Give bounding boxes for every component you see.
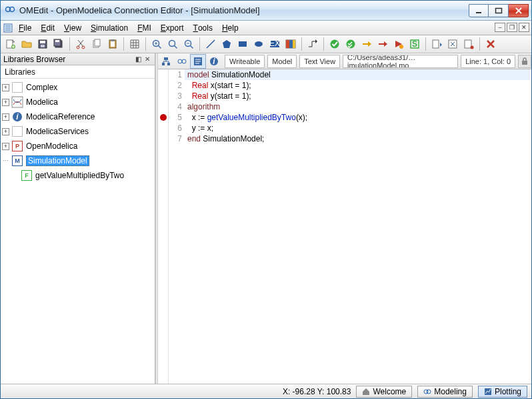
simulate-button[interactable]: [375, 37, 390, 51]
expand-icon[interactable]: +: [2, 99, 9, 106]
shape-polygon-button[interactable]: [219, 37, 234, 51]
zoom-out-button[interactable]: [181, 37, 196, 51]
libraries-browser-title: Libraries Browser: [3, 55, 65, 64]
svg-point-21: [169, 41, 175, 47]
writeable-status[interactable]: Writeable: [225, 55, 265, 68]
tree-item-simulationmodel[interactable]: ⋯MSimulationModel: [1, 153, 155, 168]
modeling-tab-button[interactable]: Modeling: [417, 386, 473, 398]
welcome-tab-button[interactable]: Welcome: [356, 386, 412, 398]
menu-file[interactable]: File: [14, 21, 36, 35]
tree-item-label: Modelica: [26, 97, 58, 107]
breakpoint-icon[interactable]: [160, 114, 167, 121]
shape-line-button[interactable]: [203, 37, 218, 51]
libraries-browser: Libraries Browser ◧ ✕ Libraries +Complex…: [1, 53, 155, 384]
tree-item-getvaluemultipliedbytwo[interactable]: FgetValueMultipliedByTwo: [1, 168, 155, 183]
zoom-in-button[interactable]: [149, 37, 164, 51]
menubar: FileEditViewSimulationFMIExportToolsHelp…: [1, 21, 531, 35]
lock-icon[interactable]: [518, 55, 531, 68]
welcome-tab-label: Welcome: [373, 387, 406, 396]
grid-button[interactable]: [127, 37, 142, 51]
view-text-button[interactable]: [190, 54, 206, 69]
view-icon-button[interactable]: [158, 54, 174, 69]
tree-item-complex[interactable]: +Complex: [1, 80, 155, 95]
copy-button[interactable]: [89, 37, 104, 51]
menu-fmi[interactable]: FMI: [133, 21, 156, 35]
save-all-button[interactable]: [51, 37, 66, 51]
expand-icon[interactable]: +: [2, 113, 9, 121]
coords-label: X: -96.28 Y: 100.83: [283, 387, 351, 396]
expand-icon[interactable]: +: [2, 128, 9, 135]
menu-edit[interactable]: Edit: [36, 21, 59, 35]
view-diagram-button[interactable]: [174, 54, 190, 69]
new-file-button[interactable]: [3, 37, 18, 51]
menu-simulation[interactable]: Simulation: [86, 21, 133, 35]
expand-icon[interactable]: +: [2, 84, 9, 91]
app-window: OMEdit - OpenModelica Connection Editor …: [0, 0, 532, 399]
shape-ellipse-button[interactable]: [251, 37, 266, 51]
view-mode-field[interactable]: Text View: [299, 55, 340, 68]
export-xml-button[interactable]: [445, 37, 460, 51]
svg-point-53: [182, 59, 186, 63]
check-all-button[interactable]: [343, 37, 358, 51]
maximize-button[interactable]: [489, 4, 509, 17]
minimize-button[interactable]: [469, 4, 489, 17]
svg-rect-24: [239, 41, 247, 47]
open-file-button[interactable]: [19, 37, 34, 51]
expand-icon[interactable]: +: [2, 143, 9, 150]
tree-item-modelicareference[interactable]: +iModelicaReference: [1, 109, 155, 124]
svg-rect-19: [111, 39, 115, 41]
svg-rect-50: [162, 63, 165, 65]
panel-close-icon[interactable]: ✕: [143, 55, 152, 64]
doc-system-icon[interactable]: [2, 21, 14, 35]
instantiate-button[interactable]: [359, 37, 374, 51]
zoom-reset-button[interactable]: [165, 37, 180, 51]
modeling-tab-label: Modeling: [434, 387, 467, 396]
simulate-anim-button[interactable]: [391, 37, 406, 51]
shape-text-button[interactable]: TEXT: [267, 37, 282, 51]
mdi-close-button[interactable]: ✕: [519, 23, 529, 32]
plotting-tab-button[interactable]: Plotting: [478, 386, 527, 398]
menu-export[interactable]: Export: [156, 21, 189, 35]
mdi-restore-button[interactable]: ❐: [507, 23, 517, 32]
svg-rect-12: [55, 40, 59, 42]
breakpoint-gutter[interactable]: [158, 69, 169, 384]
menu-tools[interactable]: Tools: [189, 21, 217, 35]
svg-marker-35: [368, 41, 371, 47]
save-button[interactable]: [35, 37, 50, 51]
main-toolbar: TEXT S: [1, 35, 531, 53]
editor-area: i Writeable Model Text View C:/Users/ade…: [158, 53, 531, 384]
mdi-minimize-button[interactable]: –: [495, 23, 505, 32]
export-figaro-button[interactable]: [461, 37, 476, 51]
check-model-button[interactable]: [327, 37, 342, 51]
tree-item-modelica[interactable]: +Modelica: [1, 95, 155, 109]
libraries-tree[interactable]: +Complex+Modelica+iModelicaReference+Mod…: [1, 79, 155, 384]
menu-help[interactable]: Help: [217, 21, 243, 35]
cut-button[interactable]: [73, 37, 88, 51]
undock-icon[interactable]: ◧: [133, 55, 143, 64]
svg-text:TEXT: TEXT: [269, 39, 280, 48]
scope-field[interactable]: Model: [267, 55, 297, 68]
shape-bitmap-button[interactable]: [283, 37, 298, 51]
code-editor[interactable]: 1234567 model SimulationModel Real x(sta…: [158, 69, 531, 384]
close-button[interactable]: [509, 4, 529, 17]
clear-button[interactable]: [483, 37, 498, 51]
menu-view[interactable]: View: [59, 21, 86, 35]
svg-rect-30: [289, 40, 293, 48]
svg-point-45: [471, 46, 474, 49]
tree-item-modelicaservices[interactable]: +ModelicaServices: [1, 124, 155, 139]
file-path-field[interactable]: C:/Users/adeas31/…imulationModel.mo: [343, 55, 458, 68]
editor-toolbar: i Writeable Model Text View C:/Users/ade…: [158, 53, 531, 69]
svg-marker-36: [384, 41, 387, 47]
svg-rect-9: [41, 45, 45, 47]
svg-marker-23: [223, 40, 231, 48]
plotting-tab-label: Plotting: [495, 387, 521, 396]
shape-rect-button[interactable]: [235, 37, 250, 51]
export-fmu-button[interactable]: [429, 37, 444, 51]
view-doc-button[interactable]: i: [206, 54, 222, 69]
cursor-pos-field: Line: 1, Col: 0: [461, 55, 515, 68]
simulation-setup-button[interactable]: S: [407, 37, 422, 51]
connect-mode-button[interactable]: [305, 37, 320, 51]
code-text[interactable]: model SimulationModel Real x(start = 1);…: [185, 69, 531, 384]
tree-item-openmodelica[interactable]: +POpenModelica: [1, 139, 155, 153]
paste-button[interactable]: [105, 37, 120, 51]
